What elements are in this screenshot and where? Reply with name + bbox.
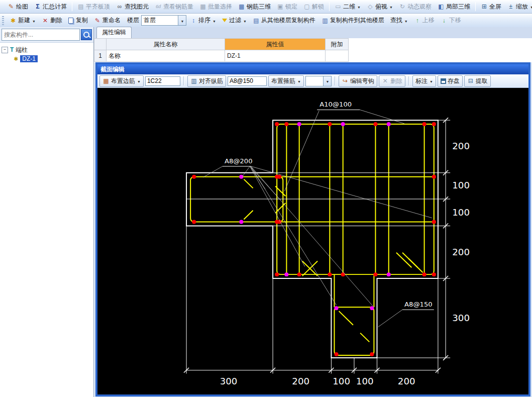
align-longitudinal-button[interactable]: ▥ 对齐纵筋 — [187, 75, 226, 87]
stirrup-type-select[interactable] — [305, 76, 332, 86]
floor-select[interactable]: 首层 — [141, 15, 186, 26]
tree-node-end-column[interactable]: T 端柱 — [2, 45, 92, 54]
unlock-button[interactable]: ▢ 解锁 — [301, 1, 327, 13]
rebar-spec-label: A8@200 — [225, 157, 253, 165]
copy-to-floor-button[interactable]: ▥ 复制构件到其他楼层 — [319, 15, 387, 26]
edit-hook-button[interactable]: ↪ 编辑弯钩 — [339, 75, 377, 87]
rebar-dot[interactable] — [370, 306, 374, 310]
rebar-dot[interactable] — [328, 122, 332, 126]
rebar-dot[interactable] — [328, 272, 332, 276]
copy-from-floor-button[interactable]: ▤ 从其他楼层复制构件 — [250, 15, 318, 26]
draw-button[interactable]: ✎ 绘图 — [5, 1, 31, 13]
stirrup-rect[interactable] — [190, 177, 283, 222]
rebar-dot[interactable] — [284, 272, 288, 276]
lock-button[interactable]: ▣ 锁定 — [274, 1, 300, 13]
rename-button[interactable]: ✎ 重命名 — [91, 15, 123, 26]
find-element-button[interactable]: ∞ 查找图元 — [114, 1, 151, 13]
dimension-label: 200 — [398, 376, 415, 386]
rebar-dot[interactable] — [284, 122, 288, 126]
copy-to-floor-label: 复制构件到其他楼层 — [330, 16, 384, 25]
local-3d-button[interactable]: ◧ 局部三维 — [435, 1, 473, 13]
delete-button[interactable]: ✕ 删除 — [39, 15, 65, 26]
top-view-button[interactable]: ◇ 俯视 — [364, 1, 395, 13]
extract-button[interactable]: ⊟ 提取 — [464, 75, 491, 87]
search-button[interactable] — [81, 29, 92, 40]
toolbar-separator — [329, 2, 330, 11]
zoom-button[interactable]: ± 缩放 — [505, 1, 532, 13]
new-button[interactable]: ✱ 新建 — [7, 15, 38, 26]
stirrup-rect[interactable] — [277, 124, 434, 274]
rebar-dot[interactable] — [341, 272, 345, 276]
rebar-dot[interactable] — [341, 122, 345, 126]
rebar-dot[interactable] — [239, 220, 243, 224]
rebar-dot[interactable] — [422, 272, 427, 276]
tab-property-edit[interactable]: 属性编辑 — [96, 27, 132, 38]
orbit-button[interactable]: ↻ 动态观察 — [396, 1, 434, 13]
rebar-dot[interactable] — [432, 122, 436, 126]
rebar-dot[interactable] — [192, 220, 196, 224]
annotate-button[interactable]: 标注 — [412, 75, 436, 87]
view-rebar-qty-button[interactable]: 6d 查看钢筋量 — [152, 1, 196, 13]
edge-rebar-spec-input[interactable] — [145, 76, 180, 86]
save-icon — [441, 78, 446, 84]
draw-icon: ✎ — [8, 4, 15, 10]
align-slab-top-button[interactable]: ▤ 平齐板顶 — [75, 1, 113, 13]
stirrup-rect[interactable] — [334, 307, 374, 355]
place-stirrup-button[interactable]: 布置箍筋 — [268, 75, 304, 87]
rebar-dot[interactable] — [387, 122, 391, 126]
place-edge-icon: ▦ — [102, 78, 110, 84]
combo-dropdown-button[interactable] — [178, 16, 186, 25]
property-value-cell[interactable]: DZ-1 — [225, 50, 326, 62]
filter-label: 过滤 — [229, 16, 241, 25]
dropdown-arrow-icon — [297, 77, 301, 84]
rebar-dot[interactable] — [297, 122, 301, 126]
search-input[interactable] — [2, 29, 80, 41]
rebar-dot[interactable] — [373, 122, 377, 126]
combo-dropdown-button[interactable] — [323, 76, 331, 86]
search-icon — [83, 32, 89, 38]
move-up-button[interactable]: ↑ 上移 — [411, 15, 437, 26]
rebar-dot[interactable] — [334, 306, 338, 310]
rebar-dot[interactable] — [297, 272, 301, 276]
rebar-dot[interactable] — [432, 220, 436, 224]
property-extra-header: 附加 — [326, 39, 349, 50]
dialog-delete-button[interactable]: ✕ 删除 — [379, 75, 405, 87]
rebar-dot[interactable] — [275, 272, 279, 276]
fullscreen-button[interactable]: ⊞ 全屏 — [478, 1, 504, 13]
rebar-dot[interactable] — [373, 272, 377, 276]
filter-button[interactable]: 过滤 — [220, 15, 249, 26]
batch-select-button[interactable]: ▦ 批量选择 — [197, 1, 235, 13]
section-canvas[interactable]: 200100100200300300200100100200A10@100A8@… — [97, 88, 528, 394]
rebar-dot[interactable] — [239, 175, 243, 179]
rebar-dot[interactable] — [422, 122, 427, 126]
leader-line — [284, 111, 319, 191]
rebar-dot[interactable] — [334, 352, 338, 356]
rebar-dot[interactable] — [277, 175, 281, 179]
toolbar-grip[interactable] — [2, 16, 4, 25]
summary-calc-button[interactable]: Σ 汇总计算 — [32, 1, 69, 13]
rebar-dot[interactable] — [432, 175, 436, 179]
tree-expander-icon[interactable] — [2, 47, 8, 53]
property-row[interactable]: 1 名称 DZ-1 — [94, 50, 532, 62]
copy-button[interactable]: 复制 — [66, 15, 90, 26]
dimension-label: 100 — [356, 376, 374, 386]
rebar-dot[interactable] — [370, 352, 374, 356]
find-button[interactable]: 查找 — [388, 15, 410, 26]
column-type-icon: T — [10, 46, 14, 53]
rebar-3d-button[interactable]: ▩ 钢筋三维 — [236, 1, 273, 13]
rebar-dot[interactable] — [192, 175, 196, 179]
tree-node-component[interactable]: ✱ DZ-1 — [14, 54, 92, 63]
place-edge-rebar-button[interactable]: ▦ 布置边筋 — [99, 75, 144, 87]
move-down-button[interactable]: ↓ 下移 — [438, 15, 464, 26]
leader-line — [360, 110, 404, 124]
property-extra-cell[interactable] — [326, 50, 349, 62]
rebar-dot[interactable] — [387, 272, 391, 276]
property-value-header[interactable]: 属性值 — [225, 39, 326, 50]
stirrup-spec-input[interactable] — [228, 76, 267, 86]
rebar-dot[interactable] — [275, 122, 279, 126]
dialog-titlebar[interactable]: 截面编辑 — [97, 64, 528, 74]
rebar-dot[interactable] — [432, 272, 436, 276]
view-2d-button[interactable]: ▭ 二维 — [332, 1, 363, 13]
sort-button[interactable]: ↕ 排序 — [187, 15, 219, 26]
save-button[interactable]: 存盘 — [438, 75, 463, 87]
